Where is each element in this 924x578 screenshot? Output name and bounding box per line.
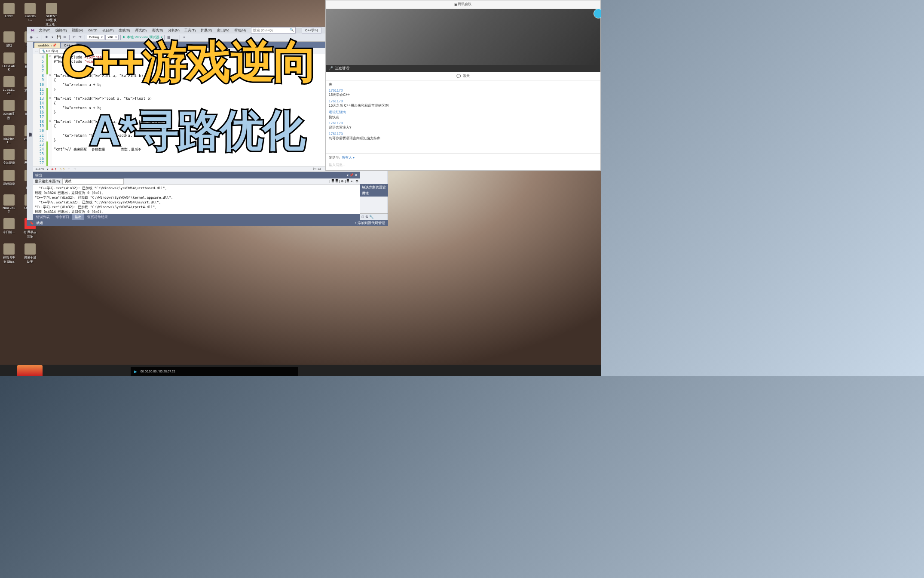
tab-command-window[interactable]: 命令窗口 [52, 214, 72, 220]
output-source-dropdown[interactable]: 调试 [62, 178, 124, 184]
left-tool-rail[interactable]: 服务器资源管理器 工具箱 [27, 42, 33, 220]
video-area [326, 9, 600, 65]
nav-back-icon[interactable]: ◉ [29, 35, 34, 40]
desktop-icon[interactable]: LL cs.LL.cn [2, 76, 15, 95]
output-panel: 输出 ▾ 📌 ✕ 显示输出来源(S): 调试 | ≣ ≣ | ⊗ | ≣ ≡ |… [33, 172, 360, 220]
desktop-icon[interactable]: 今日辅... [2, 218, 15, 238]
output-text[interactable]: "C++学习.exe"(Win32): 已加载 "C:\Windows\SysW… [33, 185, 360, 214]
vs-logo-icon: ⋈ [29, 28, 37, 33]
save-icon[interactable]: 💾 [56, 35, 61, 40]
cursor-line: 行: 13 [313, 167, 321, 171]
fold-column[interactable]: ⊟ ⊟ ⊟ ⊟ ⊟ [48, 54, 52, 166]
line-numbers: 4567891011121314151617181920212223242526… [33, 54, 46, 166]
add-to-scm[interactable]: ↑ 添加到源代码管理 [355, 221, 385, 225]
desktop-icon[interactable]: X2x86浮型 [2, 100, 15, 120]
new-item-icon[interactable]: ✚ [44, 35, 49, 40]
media-controls[interactable]: ▶ 00:00:00:00 / 00:28:07:21 [131, 367, 298, 376]
taskbar[interactable] [0, 365, 601, 376]
desktop-icon[interactable]: 安装记录 [2, 149, 15, 165]
desktop-icon[interactable]: ida64ext... [2, 125, 15, 144]
properties-title: 属性 [360, 190, 388, 196]
properties-toolbar[interactable]: ⊞⇅🔧 [360, 213, 388, 220]
bookmark-icon[interactable]: 🔖 [30, 221, 34, 225]
warning-count[interactable]: ⚠ 0 [59, 167, 64, 171]
chat-sendto[interactable]: 发送至: 所有人 ▾ [326, 153, 600, 162]
status-ready: 就绪 [36, 221, 43, 225]
desktop-icon[interactable]: luaeditor... [24, 3, 37, 27]
nav-toggle-icon[interactable]: ↔ [35, 49, 38, 53]
open-icon[interactable]: ▾ [50, 35, 55, 40]
chat-messages[interactable]: 先 176117015天学会C++ 176117015天之后 C++用起来和易语… [326, 80, 600, 153]
solution-explorer-footer: 解决方案资源管理器 [360, 184, 388, 190]
chat-icon: 💬 [456, 74, 461, 78]
desktop-icon[interactable]: LOST ARK [2, 52, 15, 71]
desktop-icon[interactable]: 课程目录 [2, 170, 15, 189]
floating-avatar[interactable] [594, 9, 601, 18]
meeting-window: ▣ 腾讯会议 🎤 正在讲话: 💬聊天 先 176117015天学会C++ 176… [325, 0, 600, 171]
tab-output[interactable]: 输出 [72, 214, 84, 220]
nav-fwd-icon[interactable]: → [35, 35, 40, 40]
error-count[interactable]: ⊗ 1 [51, 167, 56, 171]
chat-input[interactable]: 输入消息... [326, 161, 600, 170]
menu-file[interactable]: 文件(F) [37, 28, 52, 34]
meeting-title: ▣ 腾讯会议 [326, 0, 600, 9]
output-source-label: 显示输出来源(S): [35, 179, 61, 184]
tab-find-symbol[interactable]: 查找符号结果 [84, 214, 110, 220]
output-title: 输出 ▾ 📌 ✕ [33, 172, 360, 178]
desktop-icon[interactable]: 任鸟飞中文 版lua [2, 243, 15, 264]
speaking-bar: 🎤 正在讲话: [326, 65, 600, 72]
pin-icon[interactable]: 📌 [52, 43, 57, 47]
file-tab-active[interactable]: aaabbb.h 📌 [34, 43, 60, 48]
chat-tab[interactable]: 💬聊天 [326, 72, 600, 80]
zoom-level[interactable]: 116 % [35, 167, 44, 171]
desktop-icon[interactable]: 腾讯手游助手 [24, 243, 37, 264]
overlay-title-1: C++游戏逆向 [61, 32, 317, 92]
desktop-icon[interactable]: SIHENTU8里 反逆之地... [45, 3, 58, 27]
play-icon[interactable]: ▶ [134, 369, 137, 374]
taskbar-app[interactable] [17, 365, 42, 376]
mic-icon[interactable]: 🎤 [329, 66, 333, 70]
tab-error-list[interactable]: 错误列表 [33, 214, 52, 220]
media-position: 00:00:00:00 / 00:28:07:21 [141, 370, 175, 373]
editor-status: 116 % ▾ ⊗ 1 ⚠ 0 ← → 行: 13 字符: 8 空格 CRLF [33, 166, 360, 172]
desktop-icon[interactable]: LOST [2, 3, 15, 27]
nav-prev-icon[interactable]: ← [67, 167, 70, 171]
bottom-tabs: 错误列表 命令窗口 输出 查找符号结果 [33, 214, 360, 220]
overlay-title-2: A*寻路优化 [89, 102, 304, 160]
pin-icon[interactable]: ▾ 📌 ✕ [347, 173, 358, 177]
vs-statusbar: 🔖 就绪 ↑ 添加到源代码管理 [27, 220, 388, 226]
desktop-icon[interactable]: 游戏 [2, 31, 15, 47]
nav-next-icon[interactable]: → [73, 167, 76, 171]
desktop-icon[interactable]: NBA 2K22 [2, 194, 15, 213]
